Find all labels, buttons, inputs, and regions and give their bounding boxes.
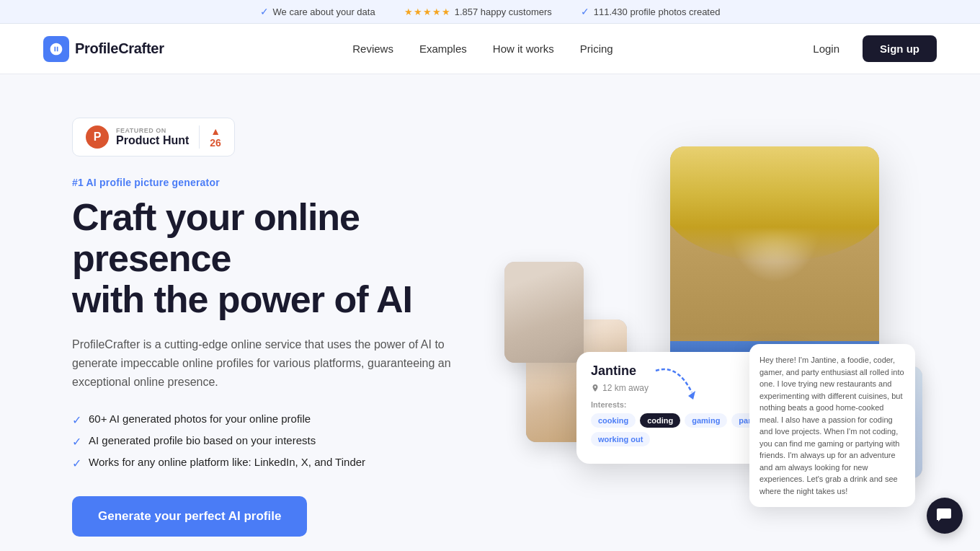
check-icon-2: ✓ (581, 6, 589, 17)
tag-coding: coding (640, 413, 680, 428)
banner-text-2: 1.857 happy customers (455, 6, 552, 17)
small-profile-card-3 (504, 262, 584, 363)
star-4: ★ (432, 6, 441, 17)
tag-cooking: cooking (591, 413, 636, 428)
star-rating: ★ ★ ★ ★ ★ (404, 6, 450, 17)
feature-text-1: AI generated profile bio based on your i… (89, 434, 316, 446)
star-3: ★ (423, 6, 432, 17)
chat-icon (936, 507, 953, 524)
feature-text-0: 60+ AI generated photos for your online … (89, 413, 311, 425)
nav-link-reviews[interactable]: Reviews (352, 43, 393, 55)
logo-icon (43, 36, 69, 62)
ph-featured-label: FEATURED ON (116, 127, 189, 134)
nav-actions: Login Sign up (801, 35, 937, 62)
signup-button[interactable]: Sign up (863, 35, 937, 62)
hero-left: P FEATURED ON Product Hunt ▲ 26 #1 AI pr… (72, 118, 476, 537)
ph-product-name: Product Hunt (116, 134, 189, 147)
cta-button[interactable]: Generate your perfect AI profile (72, 496, 307, 537)
hair-blonde (670, 146, 879, 262)
tag-working-out: working out (591, 432, 650, 446)
logo-svg (49, 42, 63, 56)
nav-link-pricing[interactable]: Pricing (580, 43, 613, 55)
hero-heading: Craft your online presence with the powe… (72, 197, 476, 321)
hero-section: P FEATURED ON Product Hunt ▲ 26 #1 AI pr… (29, 74, 951, 551)
ph-logo: P (86, 125, 109, 149)
features-list: ✓ 60+ AI generated photos for your onlin… (72, 413, 476, 470)
banner-text-3: 111.430 profile photos created (594, 6, 721, 17)
small-face-3 (504, 262, 584, 363)
bio-text: Hey there! I'm Jantine, a foodie, coder,… (760, 356, 904, 495)
banner-item-photos: ✓ 111.430 profile photos created (581, 6, 721, 17)
ph-votes: ▲ 26 (199, 125, 221, 149)
check-icon-1: ✓ (260, 6, 269, 17)
star-1: ★ (404, 6, 413, 17)
nav-item-examples[interactable]: Examples (419, 43, 467, 56)
check-icon-feat-2: ✓ (72, 457, 81, 470)
hero-h1-line1: Craft your online presence (72, 196, 360, 279)
feature-item-0: ✓ 60+ AI generated photos for your onlin… (72, 413, 476, 427)
banner-item-data: ✓ We care about your data (260, 6, 375, 17)
location-text: 12 km away (602, 383, 649, 393)
arrow-decoration (649, 363, 706, 410)
nav-item-reviews[interactable]: Reviews (352, 43, 393, 56)
feature-item-2: ✓ Works for any online platform like: Li… (72, 456, 476, 470)
star-2: ★ (414, 6, 422, 17)
feature-item-1: ✓ AI generated profile bio based on your… (72, 434, 476, 449)
check-icon-feat-0: ✓ (72, 413, 81, 427)
navbar: ProfileCrafter Reviews Examples How it w… (0, 24, 980, 74)
hero-h1-line2: with the power of AI (72, 278, 412, 320)
location-icon (591, 384, 600, 392)
ph-vote-count: 26 (210, 137, 221, 149)
logo-text: ProfileCrafter (75, 40, 164, 57)
hero-description: ProfileCrafter is a cutting-edge online … (72, 335, 476, 392)
banner-item-customers: ★ ★ ★ ★ ★ 1.857 happy customers (404, 6, 552, 17)
star-5: ★ (442, 6, 450, 17)
feature-text-2: Works for any online platform like: Link… (89, 456, 365, 468)
nav-item-pricing[interactable]: Pricing (580, 43, 613, 56)
nav-links: Reviews Examples How it works Pricing (352, 43, 612, 56)
collage-wrapper: Jantine 12 km away Interests: cooking co… (504, 132, 908, 521)
ph-info: FEATURED ON Product Hunt (116, 127, 189, 147)
logo[interactable]: ProfileCrafter (43, 36, 164, 62)
banner-text-1: We care about your data (273, 6, 375, 17)
login-button[interactable]: Login (801, 37, 851, 61)
nav-link-how[interactable]: How it works (493, 43, 554, 55)
product-hunt-badge[interactable]: P FEATURED ON Product Hunt ▲ 26 (72, 118, 235, 157)
tag-gaming: gaming (685, 413, 727, 428)
bio-popup: Hey there! I'm Jantine, a foodie, coder,… (749, 344, 915, 507)
hero-right: Jantine 12 km away Interests: cooking co… (504, 132, 908, 521)
hero-tag: #1 AI profile picture generator (72, 177, 476, 188)
chat-bubble-button[interactable] (927, 498, 963, 534)
top-banner: ✓ We care about your data ★ ★ ★ ★ ★ 1.85… (0, 0, 980, 24)
ph-arrow-icon: ▲ (210, 125, 220, 137)
nav-link-examples[interactable]: Examples (419, 43, 467, 55)
nav-item-how[interactable]: How it works (493, 43, 554, 56)
check-icon-feat-1: ✓ (72, 435, 81, 449)
